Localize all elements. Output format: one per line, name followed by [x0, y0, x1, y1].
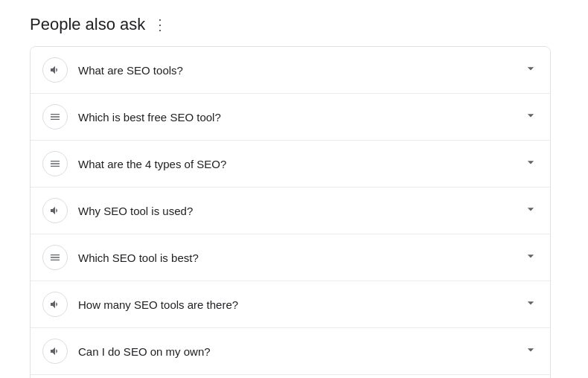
- lines-icon: [42, 245, 68, 270]
- menu-icon[interactable]: ⋮: [153, 16, 167, 33]
- people-also-ask-container: People also ask ⋮ What are SEO tools? Wh…: [0, 0, 581, 378]
- chevron-down-icon: [523, 61, 538, 80]
- faq-question-text: What are the 4 types of SEO?: [78, 156, 516, 172]
- chevron-down-icon: [523, 108, 538, 126]
- section-header: People also ask ⋮: [30, 15, 551, 34]
- faq-item[interactable]: How do I SEO my website?: [31, 375, 550, 378]
- faq-item[interactable]: Which is best free SEO tool?: [31, 94, 550, 141]
- lines-icon: [42, 151, 68, 176]
- lines-icon: [42, 104, 68, 129]
- faq-item[interactable]: What are SEO tools?: [31, 47, 550, 94]
- faq-question-text: Which SEO tool is best?: [78, 250, 516, 266]
- chevron-down-icon: [523, 342, 538, 361]
- faq-question-text: Which is best free SEO tool?: [78, 109, 516, 125]
- faq-question-text: Can I do SEO on my own?: [78, 344, 516, 359]
- faq-item[interactable]: How many SEO tools are there?: [31, 281, 550, 328]
- faq-item[interactable]: What are the 4 types of SEO?: [31, 141, 550, 188]
- chevron-down-icon: [523, 249, 538, 267]
- faq-question-text: What are SEO tools?: [78, 63, 516, 78]
- speaker-icon: [42, 339, 68, 364]
- chevron-down-icon: [523, 295, 538, 314]
- faq-item[interactable]: Can I do SEO on my own?: [31, 328, 550, 375]
- speaker-icon: [42, 292, 68, 317]
- chevron-down-icon: [523, 202, 538, 220]
- faq-list: What are SEO tools? Which is best free S…: [30, 46, 551, 378]
- section-title: People also ask: [30, 15, 145, 34]
- chevron-down-icon: [523, 155, 538, 173]
- faq-item[interactable]: Why SEO tool is used?: [31, 188, 550, 234]
- speaker-icon: [42, 198, 68, 223]
- faq-question-text: Why SEO tool is used?: [78, 203, 516, 219]
- speaker-icon: [42, 57, 68, 83]
- faq-item[interactable]: Which SEO tool is best?: [31, 234, 550, 281]
- faq-question-text: How many SEO tools are there?: [78, 297, 516, 313]
